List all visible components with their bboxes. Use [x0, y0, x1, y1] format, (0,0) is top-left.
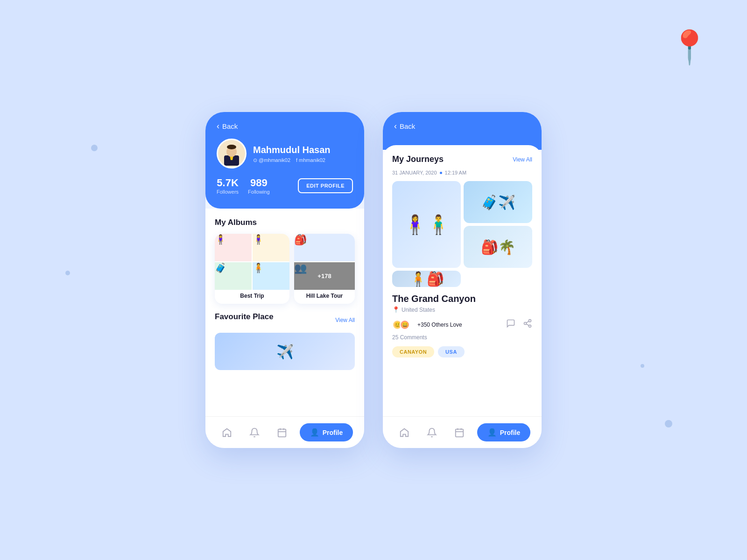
- calendar-icon-svg-2: [454, 427, 465, 438]
- home-nav-icon-1[interactable]: [217, 422, 237, 443]
- bg-dot-2: [65, 271, 70, 275]
- album1-img4: 🧍: [253, 262, 289, 290]
- action-icons: [506, 319, 532, 330]
- back-label-1: Back: [222, 122, 238, 130]
- phones-container: ‹ Back Mahmudul: [205, 112, 542, 448]
- timestamp-time: 12:19 AM: [445, 170, 466, 175]
- chevron-left-icon-2: ‹: [394, 121, 397, 131]
- avatar: [217, 139, 247, 168]
- phone1-content: My Albums 🧍‍♀️ 🧍‍♀️ 🧳: [205, 209, 364, 416]
- album2-img1: 🎒: [294, 234, 355, 261]
- phone2-content: My Journeys View All 31 JANUARY, 2020 12…: [383, 145, 542, 416]
- timestamp-date: 31 JANUARY, 2020: [392, 170, 437, 175]
- journey-photo-1: 🧍‍♀️🧍‍♂️: [392, 181, 461, 268]
- album1-label: Best Trip: [215, 290, 289, 300]
- favourite-section: Favourite Place View All ✈️: [215, 312, 355, 370]
- album-hill-lake[interactable]: 🎒 👥 +178 Hill Lake Tour: [294, 234, 355, 304]
- location-pin-decoration: 📍: [669, 28, 710, 66]
- profile-info: Mahmudul Hasan ⊙ @mhmanik02 f mhmanik02: [253, 144, 331, 163]
- profile-name: Mahmudul Hasan: [253, 144, 331, 155]
- timestamp-dot: [440, 172, 442, 174]
- love-avatar-2: 😄: [400, 320, 410, 330]
- back-label-2: Back: [400, 122, 415, 130]
- home-icon-svg-2: [399, 427, 409, 438]
- tag-usa[interactable]: USA: [438, 346, 465, 357]
- facebook-icon: f: [296, 157, 297, 163]
- svg-rect-13: [456, 429, 464, 437]
- svg-rect-4: [278, 429, 286, 437]
- svg-line-12: [526, 321, 529, 322]
- fav-view-all[interactable]: View All: [335, 317, 355, 323]
- fav-title: Favourite Place: [215, 312, 274, 322]
- tag-canayon[interactable]: CANAYON: [392, 346, 434, 357]
- journey-photo-3: 🎒🌴: [464, 226, 532, 268]
- phone-1: ‹ Back Mahmudul: [205, 112, 364, 448]
- album2-label: Hill Lake Tour: [294, 290, 355, 300]
- calendar-nav-icon-1[interactable]: [272, 422, 292, 443]
- back-button-1[interactable]: ‹ Back: [217, 121, 353, 131]
- profile-nav-label-1: Profile: [323, 429, 343, 436]
- profile-nav-button-2[interactable]: 👤 Profile: [477, 423, 531, 441]
- journey-country: United States: [402, 307, 435, 313]
- journey-name: The Grand Canyon: [392, 294, 532, 304]
- bell-icon-svg-2: [427, 427, 437, 438]
- following-label: Following: [248, 189, 269, 195]
- followers-stat: 5.7K Followers: [217, 177, 239, 195]
- svg-point-10: [529, 325, 531, 327]
- fav-header: Favourite Place View All: [215, 312, 355, 328]
- profile-row: Mahmudul Hasan ⊙ @mhmanik02 f mhmanik02: [217, 139, 353, 168]
- calendar-icon-svg: [277, 427, 287, 438]
- home-icon-svg: [222, 427, 232, 438]
- profile-nav-button-1[interactable]: 👤 Profile: [300, 423, 353, 441]
- svg-point-9: [524, 322, 527, 325]
- back-button-2[interactable]: ‹ Back: [394, 121, 530, 131]
- album2-img2: 👥 +178: [294, 262, 355, 290]
- album1-img1: 🧍‍♀️: [215, 234, 252, 261]
- svg-line-11: [526, 324, 529, 325]
- phone1-nav: 👤 Profile: [205, 416, 364, 448]
- svg-point-8: [529, 320, 531, 322]
- instagram-handle: ⊙ @mhmanik02: [253, 157, 290, 163]
- fav-preview: ✈️: [215, 333, 355, 370]
- album1-img2: 🧍‍♀️: [253, 234, 289, 261]
- facebook-handle: f mhmanik02: [296, 157, 325, 163]
- bell-nav-icon-1[interactable]: [244, 422, 265, 443]
- profile-nav-icon-1: 👤: [310, 428, 319, 437]
- journey-timestamp: 31 JANUARY, 2020 12:19 AM: [392, 170, 532, 175]
- phone2-nav: 👤 Profile: [383, 416, 542, 448]
- love-count: +350 Others Love: [417, 322, 462, 328]
- journey-photo-2: 🧳✈️: [464, 181, 532, 223]
- albums-title: My Albums: [215, 218, 355, 227]
- instagram-icon: ⊙: [253, 157, 257, 163]
- share-icon[interactable]: [523, 319, 532, 330]
- album1-img3: 🧳: [215, 262, 252, 290]
- phone-2: ‹ Back My Journeys View All 31 JANUARY, …: [383, 112, 542, 448]
- location-pin-small: 📍: [392, 306, 400, 313]
- journey-location: 📍 United States: [392, 306, 532, 313]
- following-count: 989: [248, 177, 269, 189]
- home-nav-icon-2[interactable]: [394, 422, 415, 443]
- chevron-left-icon: ‹: [217, 121, 219, 131]
- journeys-view-all[interactable]: View All: [513, 156, 532, 163]
- bell-nav-icon-2[interactable]: [422, 422, 442, 443]
- journey-photo-grid: 🧍‍♀️🧍‍♂️ 🧳✈️ 🎒🌴 🧍🎒: [392, 181, 532, 287]
- journey-actions: 😊 😄 +350 Others Love: [392, 319, 532, 330]
- avatar-svg: [219, 141, 244, 166]
- comment-icon[interactable]: [506, 319, 515, 330]
- svg-point-3: [227, 145, 236, 149]
- followers-label: Followers: [217, 189, 239, 195]
- edit-profile-button[interactable]: EDIT PROFILE: [298, 178, 353, 193]
- bg-dot-1: [91, 145, 98, 151]
- profile-nav-icon-2: 👤: [487, 428, 497, 437]
- album2-images: 🎒 👥 +178: [294, 234, 355, 290]
- phone1-header: ‹ Back Mahmudul: [205, 112, 364, 209]
- albums-grid: 🧍‍♀️ 🧍‍♀️ 🧳 🧍 Best Trip: [215, 234, 355, 304]
- journeys-title: My Journeys: [392, 154, 444, 164]
- album-overlay: +178: [294, 262, 355, 290]
- calendar-nav-icon-2[interactable]: [449, 422, 470, 443]
- bg-dot-3: [665, 420, 672, 427]
- album-best-trip[interactable]: 🧍‍♀️ 🧍‍♀️ 🧳 🧍 Best Trip: [215, 234, 289, 304]
- phone2-header: ‹ Back: [383, 112, 542, 150]
- album1-images: 🧍‍♀️ 🧍‍♀️ 🧳 🧍: [215, 234, 289, 290]
- love-avatars: 😊 😄: [392, 320, 407, 330]
